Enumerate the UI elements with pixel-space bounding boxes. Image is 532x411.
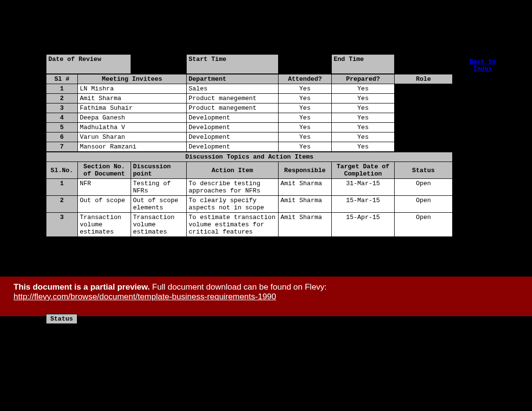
cell-attended: Yes bbox=[279, 123, 332, 132]
end-time-label: End Time bbox=[332, 55, 395, 74]
cell-sl: 6 bbox=[46, 132, 78, 142]
cell-role bbox=[395, 84, 453, 94]
cell-prepared: Yes bbox=[332, 142, 395, 152]
cell-sl: 5 bbox=[46, 123, 78, 132]
cell-name: Mansoor Ramzani bbox=[78, 142, 187, 152]
cell-status: Open bbox=[395, 179, 453, 196]
table-row: 5Madhulatha VDevelopmentYesYes bbox=[46, 123, 453, 132]
cell-name: Deepa Ganesh bbox=[78, 113, 187, 123]
cell-sl: 3 bbox=[46, 103, 78, 113]
banner-bold: This document is a partial preview. bbox=[14, 282, 150, 292]
cell-role bbox=[395, 103, 453, 113]
col-sl: Sl # bbox=[46, 74, 78, 84]
table-row: 7Mansoor RamzaniDevelopmentYesYes bbox=[46, 142, 453, 152]
cell-point: Out of scope elements bbox=[131, 196, 187, 213]
col-attended: Attended? bbox=[279, 74, 332, 84]
col-section: Section No. of Document bbox=[78, 162, 131, 179]
actions-table: Discussion Topics and Action Items Sl.No… bbox=[46, 152, 453, 237]
cell-name: Fathima Suhair bbox=[78, 103, 187, 113]
col-action: Action Item bbox=[187, 162, 279, 179]
back-to-index-link[interactable]: Back to Index bbox=[463, 58, 502, 73]
col-status: Status bbox=[395, 162, 453, 179]
cell-attended: Yes bbox=[279, 84, 332, 94]
cell-sl: 2 bbox=[46, 94, 78, 103]
cell-dept: Development bbox=[187, 113, 279, 123]
cell-attended: Yes bbox=[279, 132, 332, 142]
cell-name: Varun Sharan bbox=[78, 132, 187, 142]
cell-prepared: Yes bbox=[332, 94, 395, 103]
cell-sl: 3 bbox=[46, 213, 78, 237]
invitees-table: Sl # Meeting Invitees Department Attende… bbox=[46, 74, 453, 152]
date-of-review-label: Date of Review bbox=[46, 55, 131, 74]
table-row: 3Transaction volume estimatesTransaction… bbox=[46, 213, 453, 237]
status-label-fragment: Status bbox=[46, 314, 77, 324]
cell-point: Testing of NFRs bbox=[131, 179, 187, 196]
cell-dept: Development bbox=[187, 123, 279, 132]
cell-attended: Yes bbox=[279, 113, 332, 123]
review-meta-table: Date of Review Start Time End Time bbox=[46, 54, 453, 74]
cell-attended: Yes bbox=[279, 142, 332, 152]
cell-responsible: Amit Sharma bbox=[279, 213, 332, 237]
col-point: Discussion point bbox=[131, 162, 187, 179]
cell-name: LN Mishra bbox=[78, 84, 187, 94]
cell-action: To clearly specify aspects not in scope bbox=[187, 196, 279, 213]
cell-role bbox=[395, 132, 453, 142]
col-slno: Sl.No. bbox=[46, 162, 78, 179]
table-row: 2Amit SharmaProduct manegementYesYes bbox=[46, 94, 453, 103]
col-target: Target Date of Completion bbox=[332, 162, 395, 179]
banner-url[interactable]: http://flevy.com/browse/document/templat… bbox=[14, 292, 276, 301]
cell-section: Transaction volume estimates bbox=[78, 213, 131, 237]
cell-target: 15-Apr-15 bbox=[332, 213, 395, 237]
cell-role bbox=[395, 113, 453, 123]
cell-prepared: Yes bbox=[332, 132, 395, 142]
cell-role bbox=[395, 94, 453, 103]
col-prepared: Prepared? bbox=[332, 74, 395, 84]
cell-target: 31-Mar-15 bbox=[332, 179, 395, 196]
end-time-value-cell bbox=[395, 55, 453, 74]
col-invitees: Meeting Invitees bbox=[78, 74, 187, 84]
cell-attended: Yes bbox=[279, 94, 332, 103]
cell-status: Open bbox=[395, 213, 453, 237]
cell-prepared: Yes bbox=[332, 84, 395, 94]
cell-action: To estimate transaction volume estimates… bbox=[187, 213, 279, 237]
cell-attended: Yes bbox=[279, 103, 332, 113]
table-row: 4Deepa GaneshDevelopmentYesYes bbox=[46, 113, 453, 123]
date-value-cell bbox=[131, 55, 187, 74]
cell-name: Amit Sharma bbox=[78, 94, 187, 103]
cell-status: Open bbox=[395, 196, 453, 213]
cell-sl: 2 bbox=[46, 196, 78, 213]
table-row: 6Varun SharanDevelopmentYesYes bbox=[46, 132, 453, 142]
cell-sl: 1 bbox=[46, 84, 78, 94]
cell-role bbox=[395, 142, 453, 152]
cell-section: NFR bbox=[78, 179, 131, 196]
cell-dept: Product manegement bbox=[187, 103, 279, 113]
cell-sl: 7 bbox=[46, 142, 78, 152]
cell-responsible: Amit Sharma bbox=[279, 196, 332, 213]
cell-point: Transaction volume estimates bbox=[131, 213, 187, 237]
cell-dept: Product manegement bbox=[187, 94, 279, 103]
cell-dept: Development bbox=[187, 142, 279, 152]
review-sheet: Date of Review Start Time End Time Sl # … bbox=[46, 54, 452, 237]
cell-sl: 1 bbox=[46, 179, 78, 196]
cell-dept: Development bbox=[187, 132, 279, 142]
cell-prepared: Yes bbox=[332, 123, 395, 132]
cell-responsible: Amit Sharma bbox=[279, 179, 332, 196]
cell-sl: 4 bbox=[46, 113, 78, 123]
col-role: Role bbox=[395, 74, 453, 84]
table-row: 1NFRTesting of NFRsTo describe testing a… bbox=[46, 179, 453, 196]
col-responsible: Responsible bbox=[279, 162, 332, 179]
cell-role bbox=[395, 123, 453, 132]
cell-prepared: Yes bbox=[332, 103, 395, 113]
col-department: Department bbox=[187, 74, 279, 84]
cell-prepared: Yes bbox=[332, 113, 395, 123]
cell-target: 15-Mar-15 bbox=[332, 196, 395, 213]
start-time-label: Start Time bbox=[187, 55, 279, 74]
table-row: 2Out of scopeOut of scope elementsTo cle… bbox=[46, 196, 453, 213]
table-row: 1LN MishraSalesYesYes bbox=[46, 84, 453, 94]
actions-banner: Discussion Topics and Action Items bbox=[46, 152, 453, 162]
cell-name: Madhulatha V bbox=[78, 123, 187, 132]
banner-rest: Full document download can be found on F… bbox=[150, 282, 327, 292]
preview-banner: This document is a partial preview. Full… bbox=[0, 277, 532, 316]
start-time-value-cell bbox=[279, 55, 332, 74]
cell-section: Out of scope bbox=[78, 196, 131, 213]
